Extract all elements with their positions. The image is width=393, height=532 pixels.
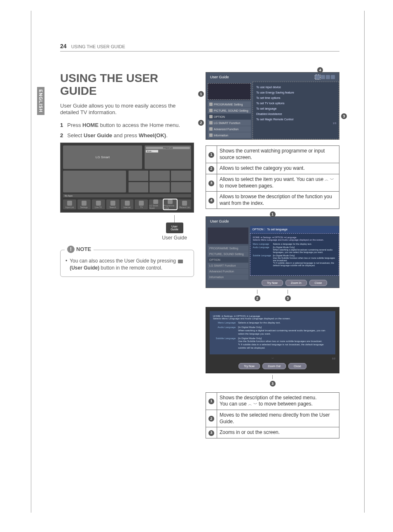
- zoom-out-button: Zoom Out: [262, 363, 286, 369]
- user-guide-popup-box: User Guide: [166, 223, 183, 233]
- ug-sidebar-dim: PROGRAMME Setting PICTURE, SOUND Setting…: [206, 226, 250, 288]
- note-box: ! NOTE • You can also access the User Gu…: [60, 250, 194, 277]
- callout-2: 2: [198, 120, 204, 126]
- user-guide-popup-label: User Guide: [155, 235, 194, 241]
- row-num: 3: [208, 430, 214, 436]
- row-desc: Zooms in or out the screen.: [217, 427, 339, 438]
- arrow-icon: [326, 75, 330, 79]
- dock-programme-guide: Programme Guide: [164, 199, 177, 209]
- ug-title: User Guide: [210, 219, 229, 223]
- close-icon: [331, 75, 335, 79]
- note-label: NOTE: [76, 246, 91, 253]
- row-desc: Moves to the selected menu directly from…: [217, 410, 339, 427]
- side-information: Information: [208, 132, 251, 138]
- row-num: 4: [208, 198, 214, 204]
- hm-premium-box: PREMIUM More...: [145, 145, 191, 169]
- page-number: 24: [60, 43, 67, 49]
- row-num: 1: [208, 152, 214, 158]
- note-icon: !: [67, 246, 75, 253]
- dock-recent-list: Recent List: [178, 199, 191, 209]
- dock-smart-world: LG Smart World: [149, 199, 162, 209]
- min-icon: [321, 75, 325, 79]
- dock-settings: Settings: [77, 199, 91, 209]
- dock-internet: Internet: [121, 199, 134, 209]
- ug-item: To set time options: [255, 95, 336, 101]
- home-menu-screenshot: LG Smart PREMIUM More... My Apps Input L…: [60, 143, 194, 213]
- user-guide-screen-1: 1 2 3 4 User Guide: [206, 72, 339, 140]
- row-desc: Shows the current watching programme or …: [217, 146, 339, 163]
- page-header: 24 USING THE USER GUIDE: [60, 43, 339, 52]
- ug-item: To set TV lock options: [255, 101, 336, 106]
- row-num: 2: [208, 166, 214, 172]
- callout-3: 3: [341, 113, 347, 119]
- ug-item: To use Energy Saving feature: [255, 90, 336, 95]
- side-smart-function: LG SMART Function: [208, 120, 251, 126]
- step-number: 2: [60, 132, 63, 138]
- try-now-button: Try Now: [239, 363, 260, 369]
- zoom-screenshot: HOME ➔ Settings ➔ OPTION ➔ Language Sele…: [206, 307, 339, 386]
- side-picture-sound: PICTURE, SOUND Setting: [208, 108, 251, 113]
- row-num: 3: [208, 180, 214, 186]
- row-num: 2: [208, 416, 214, 422]
- row-num: 1: [208, 398, 214, 404]
- side-advanced: Advanced Function: [208, 126, 251, 132]
- ug-preview: [208, 83, 251, 100]
- step-number: 1: [60, 122, 63, 128]
- ug-sidebar: PROGRAMME Setting PICTURE, SOUND Setting…: [206, 82, 253, 139]
- language-tab: ENGLISH: [37, 87, 44, 115]
- hm-content-box: [63, 171, 126, 192]
- ug-title: User Guide: [210, 75, 229, 79]
- close-button: Close: [288, 363, 306, 369]
- step-1: 1 Press HOME button to access the Home m…: [60, 122, 194, 128]
- ug-item: To set Magic Remote Control: [255, 117, 336, 122]
- hm-app-grid: [129, 171, 192, 192]
- page-indicator: 1/2: [274, 357, 336, 360]
- row-desc: Allows to browse the description of the …: [217, 192, 339, 209]
- header-section: USING THE USER GUIDE: [71, 44, 125, 49]
- dock-live-tv: Live TV: [92, 199, 105, 209]
- try-now-button: Try Now: [262, 280, 283, 286]
- hm-dock: Input List Settings Live TV Search Inter…: [63, 199, 191, 210]
- dock-tv: TV: [135, 199, 148, 209]
- ug-item: To set language: [255, 106, 336, 111]
- arrows-icon: ︿ ﹀: [248, 402, 257, 407]
- intro-text: User Guide allows you to more easily acc…: [60, 103, 194, 117]
- callout-3: 3: [285, 295, 291, 301]
- row-desc: Shows the description of the selected me…: [217, 392, 339, 410]
- ug-main-list: To use input device To use Energy Saving…: [253, 82, 339, 139]
- step-2: 2 Select User Guide and press Wheel(OK).: [60, 132, 194, 138]
- page-title: USING THE USER GUIDE: [60, 72, 194, 98]
- user-guide-popup: User Guide User Guide: [155, 215, 194, 241]
- side-option: OPTION: [208, 114, 251, 120]
- apps-strip-label: My Apps: [63, 194, 191, 197]
- row-desc: Allows to select the item you want. You …: [217, 174, 339, 192]
- side-programme: PROGRAMME Setting: [208, 101, 251, 107]
- dock-search: Search: [106, 199, 119, 209]
- hm-brand-area: LG Smart: [63, 145, 142, 169]
- ug-item: Disabled Assistance: [255, 111, 336, 117]
- index-icon: [315, 75, 320, 79]
- close-button: Close: [309, 280, 328, 286]
- book-icon: [178, 260, 183, 263]
- callout-2: 2: [255, 295, 260, 301]
- description-table-2: 1 Shows the description of the selected …: [206, 392, 339, 438]
- zoom-in-button: Zoom In: [285, 280, 307, 286]
- page-indicator: 1/3: [255, 122, 336, 124]
- ug-item: To use input device: [255, 84, 336, 90]
- callout-3: 3: [270, 381, 276, 387]
- dock-input-list: Input List: [63, 199, 76, 209]
- detail-content: HOME ➔ Settings ➔ OPTION ➔ Language Sele…: [250, 233, 339, 276]
- callout-1: 1: [198, 91, 204, 97]
- row-desc: Allows to select the category you want.: [217, 163, 339, 174]
- arrows-icon: ︿ ﹀: [325, 177, 334, 182]
- description-table-1: 1 Shows the current watching programme o…: [206, 145, 339, 209]
- detail-breadcrumb: OPTION 〉To set language: [250, 226, 339, 233]
- user-guide-screen-2: 1 User Guide PROGRAMME Setting PICTURE, …: [206, 216, 339, 301]
